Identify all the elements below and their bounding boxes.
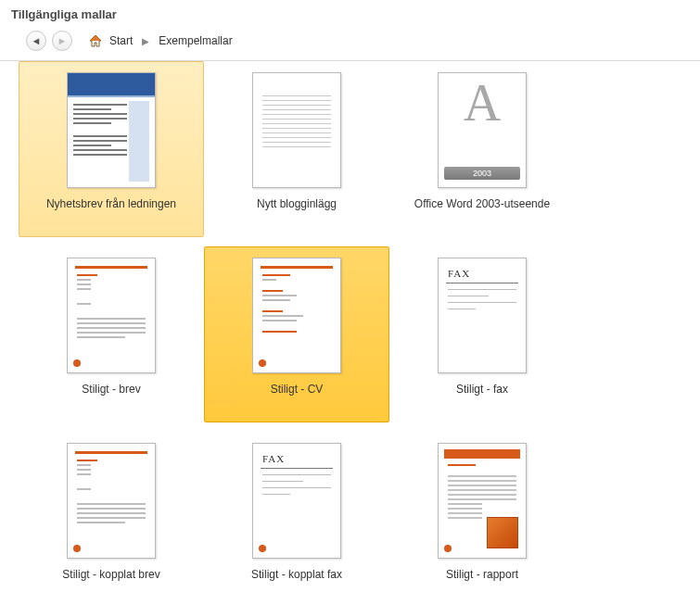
breadcrumb-current[interactable]: Exempelmallar: [159, 34, 232, 47]
template-label: Nyhetsbrev från ledningen: [46, 197, 176, 210]
page-title: Tillgängliga mallar: [11, 7, 689, 21]
template-stiligt-fax[interactable]: FAX Stiligt - fax: [389, 246, 575, 422]
template-thumb: A 2003: [438, 72, 527, 188]
template-newsletter[interactable]: Nyhetsbrev från ledningen: [19, 61, 204, 237]
arrow-right-icon: ►: [57, 35, 68, 46]
year-badge: 2003: [444, 167, 520, 180]
template-stiligt-kopplat-brev[interactable]: Stiligt - kopplat brev: [19, 432, 204, 592]
breadcrumb-home[interactable]: Start: [109, 34, 133, 47]
template-grid: Nyhetsbrev från ledningen Nytt blogginlä…: [0, 61, 700, 592]
template-stiligt-rapport[interactable]: Stiligt - rapport: [389, 432, 575, 592]
chevron-right-icon: ▶: [142, 36, 149, 46]
template-thumb: FAX: [252, 443, 341, 559]
template-thumb: [67, 72, 156, 188]
template-label: Stiligt - rapport: [446, 568, 518, 581]
template-label: Stiligt - brev: [82, 383, 140, 396]
template-label: Stiligt - CV: [271, 383, 324, 396]
template-thumb: [252, 258, 341, 373]
letter-a-icon: A: [439, 77, 526, 129]
template-stiligt-brev[interactable]: Stiligt - brev: [19, 246, 204, 422]
template-thumb: [438, 443, 527, 559]
template-label: Stiligt - fax: [456, 383, 508, 396]
home-icon[interactable]: [87, 32, 104, 49]
nav-forward-button[interactable]: ►: [52, 31, 72, 51]
template-stiligt-cv[interactable]: Stiligt - CV: [204, 246, 389, 422]
template-label: Stiligt - kopplat fax: [251, 568, 342, 581]
header: Tillgängliga mallar: [0, 0, 700, 25]
template-stiligt-kopplat-fax[interactable]: FAX Stiligt - kopplat fax: [204, 432, 389, 592]
breadcrumb: ◄ ► Start ▶ Exempelmallar: [0, 25, 700, 61]
nav-back-button[interactable]: ◄: [26, 31, 46, 51]
fax-label: FAX: [448, 268, 526, 279]
template-label: Stiligt - kopplat brev: [62, 568, 159, 581]
template-label: Nytt blogginlägg: [257, 197, 337, 210]
template-thumb: [67, 258, 156, 373]
template-blog-post[interactable]: Nytt blogginlägg: [204, 61, 389, 237]
template-thumb: [67, 443, 156, 559]
template-thumb: FAX: [438, 258, 527, 373]
fax-label: FAX: [262, 453, 340, 464]
arrow-left-icon: ◄: [32, 35, 42, 46]
template-word2003[interactable]: A 2003 Office Word 2003-utseende: [389, 61, 575, 237]
template-thumb: [252, 72, 341, 188]
template-label: Office Word 2003-utseende: [414, 197, 550, 210]
flower-image-icon: [487, 517, 518, 548]
